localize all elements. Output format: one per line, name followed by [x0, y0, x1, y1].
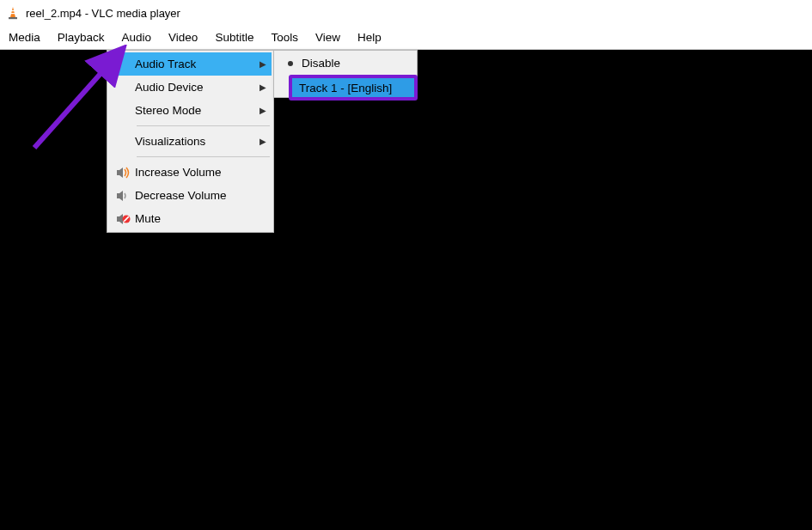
disable-track-item[interactable]: Disable [276, 52, 415, 74]
svg-rect-1 [11, 10, 15, 11]
menu-separator [137, 125, 270, 126]
disable-label: Disable [302, 57, 340, 70]
menu-media[interactable]: Media [0, 26, 49, 49]
mute-item[interactable]: Mute [109, 207, 272, 230]
submenu-arrow-icon: ▶ [259, 59, 266, 69]
titlebar: reel_2.mp4 - VLC media player [0, 0, 812, 26]
menu-video[interactable]: Video [160, 26, 206, 49]
audio-track-item[interactable]: Audio Track ▶ [109, 52, 272, 76]
increase-volume-item[interactable]: Increase Volume [109, 161, 272, 184]
radio-bullet-icon [279, 61, 302, 66]
menu-audio[interactable]: Audio [113, 26, 161, 49]
audio-device-label: Audio Device [135, 81, 259, 94]
menu-help[interactable]: Help [349, 26, 390, 49]
volume-down-icon [113, 189, 135, 203]
audio-track-label: Audio Track [135, 58, 259, 70]
svg-marker-5 [117, 191, 123, 201]
volume-up-icon [113, 166, 135, 180]
menu-view[interactable]: View [307, 26, 349, 49]
visualizations-item[interactable]: Visualizations ▶ [109, 130, 272, 153]
decrease-volume-item[interactable]: Decrease Volume [109, 184, 272, 207]
audio-dropdown: Audio Track ▶ Audio Device ▶ Stereo Mode… [107, 50, 274, 233]
decrease-volume-label: Decrease Volume [135, 189, 266, 202]
svg-rect-3 [9, 17, 17, 19]
mute-icon [113, 212, 135, 226]
menu-playback[interactable]: Playback [49, 26, 113, 49]
submenu-arrow-icon: ▶ [259, 82, 266, 92]
menu-subtitle[interactable]: Subtitle [206, 26, 262, 49]
stereo-mode-label: Stereo Mode [135, 104, 259, 117]
svg-marker-4 [117, 168, 123, 178]
menu-tools[interactable]: Tools [262, 26, 307, 49]
increase-volume-label: Increase Volume [135, 166, 266, 179]
svg-marker-6 [117, 214, 123, 224]
submenu-arrow-icon: ▶ [259, 106, 266, 115]
mute-label: Mute [135, 212, 266, 225]
window-title: reel_2.mp4 - VLC media player [26, 7, 180, 20]
track1-label: Track 1 - [English] [299, 82, 392, 94]
submenu-arrow-icon: ▶ [259, 137, 266, 146]
menubar: Media Playback Audio Video Subtitle Tool… [0, 26, 812, 50]
menu-separator [137, 156, 270, 157]
svg-marker-0 [10, 7, 15, 17]
track1-item[interactable]: Track 1 - [English] [289, 75, 418, 101]
svg-rect-2 [10, 13, 15, 14]
stereo-mode-item[interactable]: Stereo Mode ▶ [109, 99, 272, 122]
visualizations-label: Visualizations [135, 135, 259, 148]
vlc-cone-icon [7, 6, 19, 20]
audio-device-item[interactable]: Audio Device ▶ [109, 76, 272, 99]
